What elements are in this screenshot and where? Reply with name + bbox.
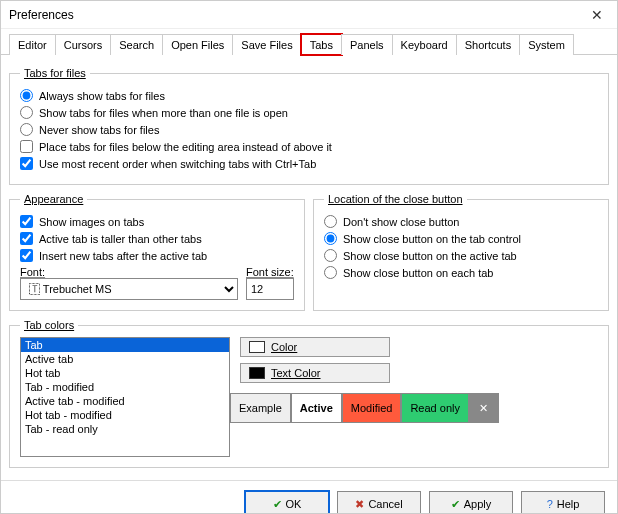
list-item[interactable]: Tab bbox=[21, 338, 229, 352]
check-icon: ✔ bbox=[273, 498, 282, 511]
tab-save-files[interactable]: Save Files bbox=[232, 34, 301, 55]
color-swatch bbox=[249, 367, 265, 379]
tab-panels[interactable]: Panels bbox=[341, 34, 393, 55]
radio-no-close[interactable] bbox=[324, 215, 337, 228]
window-title: Preferences bbox=[9, 8, 585, 22]
group-tab-colors: Tab colors TabActive tabHot tabTab - mod… bbox=[9, 319, 609, 468]
x-icon: ✖ bbox=[355, 498, 364, 511]
list-item[interactable]: Active tab - modified bbox=[21, 394, 229, 408]
close-icon[interactable]: ✕ bbox=[585, 7, 609, 23]
label: Use most recent order when switching tab… bbox=[39, 158, 316, 170]
color-element-list[interactable]: TabActive tabHot tabTab - modifiedActive… bbox=[20, 337, 230, 457]
tab-cursors[interactable]: Cursors bbox=[55, 34, 112, 55]
color-button[interactable]: Color bbox=[240, 337, 390, 357]
label: Don't show close button bbox=[343, 216, 459, 228]
help-button[interactable]: ?Help bbox=[521, 491, 605, 514]
check-show-images[interactable] bbox=[20, 215, 33, 228]
help-icon: ? bbox=[547, 498, 553, 510]
list-item[interactable]: Tab - modified bbox=[21, 380, 229, 394]
tab-keyboard[interactable]: Keyboard bbox=[392, 34, 457, 55]
label: Always show tabs for files bbox=[39, 90, 165, 102]
legend: Location of the close button bbox=[324, 193, 467, 205]
list-item[interactable]: Hot tab bbox=[21, 366, 229, 380]
legend: Appearance bbox=[20, 193, 87, 205]
radio-close-on-active[interactable] bbox=[324, 249, 337, 262]
cancel-button[interactable]: ✖Cancel bbox=[337, 491, 421, 514]
check-active-taller[interactable] bbox=[20, 232, 33, 245]
radio-show-when-multiple[interactable] bbox=[20, 106, 33, 119]
list-item[interactable]: Hot tab - modified bbox=[21, 408, 229, 422]
apply-button[interactable]: ✔Apply bbox=[429, 491, 513, 514]
font-select[interactable]: 🇹 Trebuchet MS bbox=[20, 278, 238, 300]
label: Active tab is taller than other tabs bbox=[39, 233, 202, 245]
tab-shortcuts[interactable]: Shortcuts bbox=[456, 34, 520, 55]
radio-never-show[interactable] bbox=[20, 123, 33, 136]
check-mru-order[interactable] bbox=[20, 157, 33, 170]
tab-editor[interactable]: Editor bbox=[9, 34, 56, 55]
tab-open-files[interactable]: Open Files bbox=[162, 34, 233, 55]
label: Never show tabs for files bbox=[39, 124, 159, 136]
example-close-icon: ✕ bbox=[469, 393, 499, 423]
example-modified: Modified bbox=[342, 393, 402, 423]
font-size-label: Font size: bbox=[246, 266, 294, 278]
label: Show close button on each tab bbox=[343, 267, 493, 279]
list-item[interactable]: Tab - read only bbox=[21, 422, 229, 436]
radio-close-on-each[interactable] bbox=[324, 266, 337, 279]
color-swatch bbox=[249, 341, 265, 353]
radio-always-show[interactable] bbox=[20, 89, 33, 102]
group-tabs-for-files: Tabs for files Always show tabs for file… bbox=[9, 67, 609, 185]
example-active: Active bbox=[291, 393, 342, 423]
group-appearance: Appearance Show images on tabs Active ta… bbox=[9, 193, 305, 311]
example-bar: Example Active Modified Read only ✕ bbox=[230, 393, 598, 423]
example-tab: Example bbox=[230, 393, 291, 423]
legend: Tab colors bbox=[20, 319, 78, 331]
label: Insert new tabs after the active tab bbox=[39, 250, 207, 262]
text-color-button[interactable]: Text Color bbox=[240, 363, 390, 383]
tab-tabs[interactable]: Tabs bbox=[301, 34, 342, 55]
label: Place tabs for files below the editing a… bbox=[39, 141, 332, 153]
pref-tabs: EditorCursorsSearchOpen FilesSave FilesT… bbox=[1, 29, 617, 55]
font-size-input[interactable] bbox=[246, 278, 294, 300]
list-item[interactable]: Active tab bbox=[21, 352, 229, 366]
label: Show tabs for files when more than one f… bbox=[39, 107, 288, 119]
label: Show close button on the active tab bbox=[343, 250, 517, 262]
check-tabs-below[interactable] bbox=[20, 140, 33, 153]
tab-system[interactable]: System bbox=[519, 34, 574, 55]
check-insert-after-active[interactable] bbox=[20, 249, 33, 262]
example-readonly: Read only bbox=[401, 393, 469, 423]
group-close-button: Location of the close button Don't show … bbox=[313, 193, 609, 311]
tab-search[interactable]: Search bbox=[110, 34, 163, 55]
legend: Tabs for files bbox=[20, 67, 90, 79]
font-label: Font: bbox=[20, 266, 238, 278]
radio-close-on-control[interactable] bbox=[324, 232, 337, 245]
label: Show close button on the tab control bbox=[343, 233, 521, 245]
label: Show images on tabs bbox=[39, 216, 144, 228]
check-icon: ✔ bbox=[451, 498, 460, 511]
ok-button[interactable]: ✔OK bbox=[245, 491, 329, 514]
